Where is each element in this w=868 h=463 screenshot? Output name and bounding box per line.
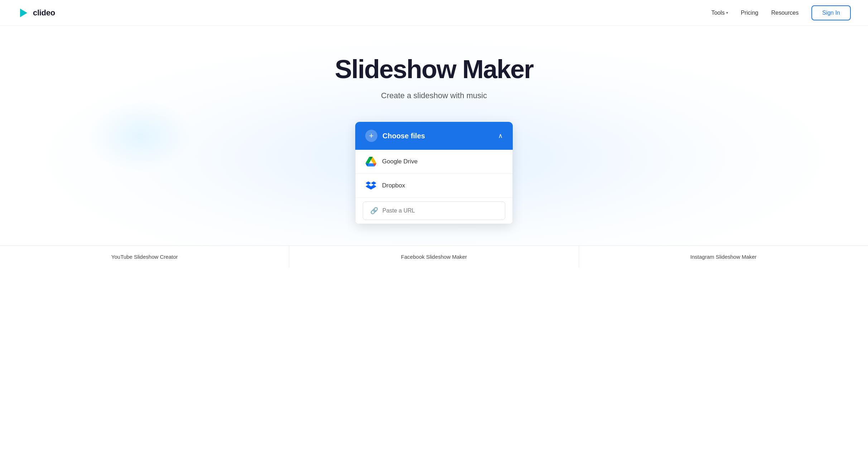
- chevron-up-icon: ∧: [498, 132, 503, 140]
- upload-widget: + Choose files ∧ Googl: [355, 122, 513, 224]
- nav-resources[interactable]: Resources: [771, 10, 799, 16]
- choose-files-left: + Choose files: [365, 130, 425, 142]
- google-drive-icon: [366, 156, 376, 167]
- instagram-slideshow-link[interactable]: Instagram Slideshow Maker: [579, 246, 868, 268]
- facebook-slideshow-link[interactable]: Facebook Slideshow Maker: [289, 246, 579, 268]
- svg-marker-0: [20, 9, 27, 17]
- page-title: Slideshow Maker: [7, 54, 861, 84]
- sign-in-button[interactable]: Sign In: [811, 5, 851, 20]
- nav-pricing-label: Pricing: [741, 10, 758, 16]
- nav-pricing[interactable]: Pricing: [741, 10, 758, 16]
- choose-files-label: Choose files: [382, 132, 425, 140]
- nav-tools[interactable]: Tools ▾: [711, 10, 728, 16]
- dropbox-option[interactable]: Dropbox: [356, 174, 512, 198]
- upload-dropdown: Google Drive Dropbox 🔗: [355, 150, 513, 224]
- main-nav: Tools ▾ Pricing Resources Sign In: [711, 5, 851, 20]
- header: clideo Tools ▾ Pricing Resources Sign In: [0, 0, 868, 26]
- nav-tools-label: Tools: [711, 10, 724, 16]
- link-icon: 🔗: [370, 207, 378, 215]
- logo-text: clideo: [33, 8, 55, 18]
- plus-circle-icon: +: [365, 130, 377, 142]
- nav-resources-label: Resources: [771, 10, 799, 16]
- hero-section: Slideshow Maker Create a slideshow with …: [0, 26, 868, 245]
- youtube-slideshow-label: YouTube Slideshow Creator: [111, 254, 178, 260]
- instagram-slideshow-label: Instagram Slideshow Maker: [690, 254, 757, 260]
- dropbox-icon: [366, 180, 376, 191]
- choose-files-button[interactable]: + Choose files ∧: [355, 122, 513, 150]
- upload-container: + Choose files ∧ Googl: [7, 122, 861, 224]
- url-input-row: 🔗: [356, 198, 512, 224]
- google-drive-label: Google Drive: [382, 158, 418, 165]
- hero-subtitle: Create a slideshow with music: [7, 91, 861, 100]
- bottom-links-bar: YouTube Slideshow Creator Facebook Slide…: [0, 245, 868, 268]
- dropbox-label: Dropbox: [382, 182, 405, 189]
- youtube-slideshow-link[interactable]: YouTube Slideshow Creator: [0, 246, 289, 268]
- chevron-down-icon: ▾: [726, 11, 728, 15]
- google-drive-option[interactable]: Google Drive: [356, 150, 512, 174]
- facebook-slideshow-label: Facebook Slideshow Maker: [401, 254, 467, 260]
- clideo-logo-icon: [17, 6, 30, 19]
- logo[interactable]: clideo: [17, 6, 55, 19]
- url-input[interactable]: [382, 207, 498, 214]
- url-input-container[interactable]: 🔗: [363, 201, 505, 220]
